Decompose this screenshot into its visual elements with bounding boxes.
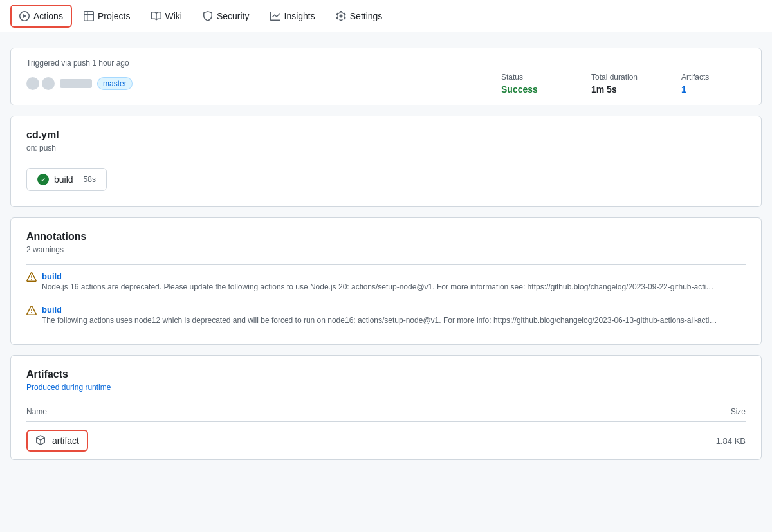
- duration-field: Total duration 1m 5s: [591, 73, 656, 95]
- annotation-item-1: build Node.js 16 actions are deprecated.…: [26, 264, 746, 298]
- summary-card: Triggered via push 1 hour ago master Sta…: [10, 48, 762, 105]
- status-field: Status Success: [501, 73, 565, 95]
- annotations-card: Annotations 2 warnings build Node.js 16 …: [10, 217, 762, 345]
- commit-avatar-1: [26, 77, 39, 90]
- duration-label: Total duration: [591, 73, 656, 82]
- warning-icon-1: [26, 272, 37, 282]
- col-size-header: Size: [511, 402, 746, 422]
- shield-icon: [203, 11, 213, 21]
- annotation-message-2: The following actions uses node12 which …: [42, 316, 717, 325]
- nav-item-settings[interactable]: Settings: [327, 5, 392, 28]
- nav-label-settings: Settings: [350, 11, 383, 21]
- status-value: Success: [501, 84, 565, 95]
- artifact-name: artifact: [52, 436, 79, 446]
- nav-label-projects: Projects: [98, 11, 131, 21]
- nav-item-security[interactable]: Security: [194, 5, 259, 28]
- artifact-package-icon: [35, 435, 47, 446]
- warning-icon-2: [26, 306, 37, 316]
- annotation-source-2: build: [42, 305, 717, 315]
- artifacts-field: Artifacts 1: [681, 73, 746, 95]
- annotations-title: Annotations: [26, 231, 746, 243]
- annotation-item-2: build The following actions uses node12 …: [26, 298, 746, 331]
- artifacts-table: Name Size artifact: [26, 402, 746, 459]
- commit-avatar-2: [42, 77, 55, 90]
- artifact-row: artifact 1.84 KB: [26, 422, 746, 460]
- artifacts-count: 1: [681, 84, 746, 95]
- workflow-filename: cd.yml: [26, 129, 746, 141]
- job-duration: 58s: [84, 175, 96, 184]
- artifact-download-button[interactable]: artifact: [26, 430, 88, 452]
- gear-icon: [336, 11, 346, 21]
- summary-meta: Triggered via push 1 hour ago: [26, 59, 746, 68]
- annotation-message-1: Node.js 16 actions are deprecated. Pleas…: [42, 282, 717, 291]
- artifacts-label: Artifacts: [681, 73, 746, 82]
- artifacts-title: Artifacts: [26, 369, 746, 380]
- table-icon: [84, 11, 94, 21]
- artifacts-table-header: Name Size: [26, 402, 746, 422]
- commit-hash: [60, 79, 92, 88]
- nav-label-wiki: Wiki: [165, 11, 182, 21]
- summary-row: master Status Success Total duration 1m …: [26, 73, 746, 95]
- annotation-content-1: build Node.js 16 actions are deprecated.…: [42, 271, 717, 291]
- artifact-size-cell: 1.84 KB: [511, 422, 746, 460]
- workflow-card: cd.yml on: push ✓ build 58s: [10, 116, 762, 207]
- job-box[interactable]: ✓ build 58s: [26, 168, 107, 191]
- book-icon: [151, 11, 161, 21]
- artifact-name-cell: artifact: [26, 422, 511, 460]
- nav-label-security: Security: [217, 11, 250, 21]
- status-label: Status: [501, 73, 565, 82]
- branch-badge[interactable]: master: [97, 77, 133, 90]
- main-content: Triggered via push 1 hour ago master Sta…: [0, 32, 772, 532]
- annotation-content-2: build The following actions uses node12 …: [42, 305, 717, 325]
- annotation-source-1: build: [42, 271, 717, 281]
- nav-item-insights[interactable]: Insights: [261, 5, 324, 28]
- job-name: build: [54, 174, 73, 185]
- commit-info: master: [26, 77, 475, 90]
- artifacts-subtitle: Produced during runtime: [26, 383, 746, 392]
- nav-item-wiki[interactable]: Wiki: [142, 5, 191, 28]
- job-success-icon: ✓: [37, 174, 49, 185]
- annotations-count: 2 warnings: [26, 245, 746, 254]
- play-circle-icon: [19, 11, 30, 21]
- nav-label-insights: Insights: [284, 11, 315, 21]
- artifacts-card: Artifacts Produced during runtime Name S…: [10, 355, 762, 460]
- nav-item-actions[interactable]: Actions: [10, 5, 72, 28]
- nav-label-actions: Actions: [33, 11, 63, 21]
- top-navigation: Actions Projects Wiki Security: [0, 0, 772, 32]
- workflow-trigger: on: push: [26, 143, 746, 152]
- chart-icon: [270, 11, 280, 21]
- nav-item-projects[interactable]: Projects: [75, 5, 140, 28]
- commit-avatars: [26, 77, 55, 90]
- col-name-header: Name: [26, 402, 511, 422]
- duration-value: 1m 5s: [591, 84, 656, 95]
